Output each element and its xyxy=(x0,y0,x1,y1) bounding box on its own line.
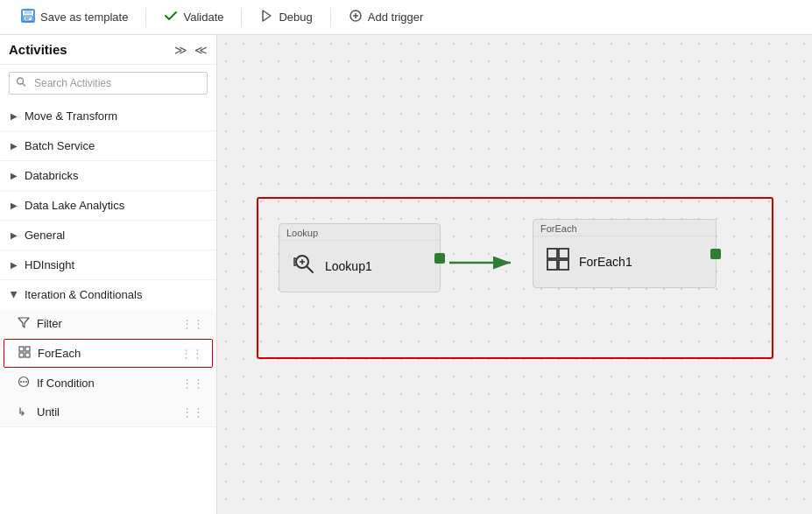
save-template-label: Save as template xyxy=(40,11,128,24)
sub-item-ifcondition-left: If Condition xyxy=(18,376,95,391)
sub-item-foreach-label: ForEach xyxy=(38,347,81,360)
nav-group-general: ▶ General xyxy=(0,221,216,250)
toolbar-separator-2 xyxy=(241,9,242,26)
debug-icon xyxy=(259,9,273,25)
add-trigger-label: Add trigger xyxy=(368,11,424,24)
if-condition-activity-icon xyxy=(18,376,30,391)
sidebar-header: Activities ≫ ≪ xyxy=(0,35,216,65)
foreach-activity-icon xyxy=(18,346,31,361)
sub-item-ifcondition-label: If Condition xyxy=(37,377,95,390)
nav-group-general-item[interactable]: ▶ General xyxy=(0,221,216,250)
sub-item-foreach[interactable]: ForEach ⋮⋮ xyxy=(4,339,213,368)
arrow-icon: ▶ xyxy=(11,111,18,121)
svg-point-17 xyxy=(20,381,22,383)
foreach-node-icon xyxy=(546,247,570,277)
arrow-icon: ▶ xyxy=(11,201,18,210)
save-template-button[interactable]: Save as template xyxy=(11,4,138,30)
nav-group-label: Data Lake Analytics xyxy=(25,199,124,212)
sub-item-filter-label: Filter xyxy=(37,317,62,330)
nav-group-data-lake: ▶ Data Lake Analytics xyxy=(0,191,216,221)
arrow-icon: ▶ xyxy=(11,260,18,270)
add-trigger-button[interactable]: Add trigger xyxy=(338,4,434,30)
svg-rect-25 xyxy=(547,249,557,258)
sidebar: Activities ≫ ≪ ▶ Move & Transform xyxy=(0,35,217,514)
sub-item-filter[interactable]: Filter ⋮⋮ xyxy=(0,309,216,338)
svg-rect-1 xyxy=(25,10,32,14)
toolbar-separator-3 xyxy=(330,9,331,26)
validate-button[interactable]: Validate xyxy=(153,4,234,30)
nav-group-batch-service-item[interactable]: ▶ Batch Service xyxy=(0,131,216,160)
nav-group-label: Databricks xyxy=(25,169,78,182)
sidebar-title: Activities xyxy=(9,42,67,57)
toolbar: Save as template Validate Debug Add trig… xyxy=(0,0,812,35)
filter-activity-icon xyxy=(18,316,30,331)
svg-rect-26 xyxy=(559,249,568,258)
sub-item-until[interactable]: Until ⋮⋮ xyxy=(0,398,216,426)
foreach-right-port xyxy=(710,249,721,259)
foreach-node-label: ForEach1 xyxy=(579,255,632,269)
toolbar-separator-1 xyxy=(145,9,146,26)
foreach-node-header: ForEach xyxy=(533,220,716,236)
filter-icon[interactable]: ≪ xyxy=(194,43,208,57)
validate-icon xyxy=(164,9,178,25)
svg-rect-12 xyxy=(19,347,24,351)
drag-handle-icon: ⋮⋮ xyxy=(180,347,203,360)
search-input[interactable] xyxy=(9,72,208,95)
svg-point-19 xyxy=(25,381,27,383)
save-template-icon xyxy=(21,9,35,25)
foreach-node-body: ForEach1 xyxy=(533,236,716,287)
svg-marker-11 xyxy=(18,318,29,327)
nav-group-batch-service: ▶ Batch Service xyxy=(0,131,216,161)
drag-handle-icon: ⋮⋮ xyxy=(181,317,204,330)
sub-item-until-left: Until xyxy=(18,405,60,419)
drag-handle-icon: ⋮⋮ xyxy=(181,377,204,390)
arrow-icon: ▶ xyxy=(11,230,18,240)
lookup-node-body: Lookup1 xyxy=(279,241,440,292)
svg-marker-5 xyxy=(263,11,271,21)
main-area: Activities ≫ ≪ ▶ Move & Transform xyxy=(0,35,812,514)
nav-group-label: Batch Service xyxy=(25,139,95,152)
svg-rect-27 xyxy=(547,260,557,270)
search-box xyxy=(9,72,208,95)
connector-arrow xyxy=(441,250,528,276)
svg-rect-14 xyxy=(19,353,24,357)
nav-group-label: HDInsight xyxy=(25,258,74,271)
sub-item-if-condition[interactable]: If Condition ⋮⋮ xyxy=(0,369,216,398)
nav-group-label: General xyxy=(25,229,65,242)
nav-group-iteration-item[interactable]: ▶ Iteration & Conditionals xyxy=(0,280,216,309)
nav-group-hdinsight: ▶ HDInsight xyxy=(0,250,216,280)
until-activity-icon xyxy=(18,405,30,419)
canvas[interactable]: Lookup Lookup1 xyxy=(217,35,812,514)
arrow-icon: ▶ xyxy=(11,171,18,180)
svg-rect-15 xyxy=(25,353,30,357)
lookup-node-header: Lookup xyxy=(279,224,440,241)
foreach-node[interactable]: ForEach ForEach1 xyxy=(533,219,717,288)
sub-item-until-label: Until xyxy=(37,405,60,419)
nav-group-data-lake-item[interactable]: ▶ Data Lake Analytics xyxy=(0,191,216,220)
lookup-node-label: Lookup1 xyxy=(325,259,372,273)
nav-group-move-transform-item[interactable]: ▶ Move & Transform xyxy=(0,102,216,130)
collapse-icon[interactable]: ≫ xyxy=(174,43,187,57)
svg-rect-2 xyxy=(24,16,32,21)
arrow-expanded-icon: ▶ xyxy=(10,292,19,299)
validate-label: Validate xyxy=(183,11,223,24)
lookup-node[interactable]: Lookup Lookup1 xyxy=(279,223,441,292)
sub-item-filter-left: Filter xyxy=(18,316,62,331)
nav-group-hdinsight-item[interactable]: ▶ HDInsight xyxy=(0,250,216,279)
debug-button[interactable]: Debug xyxy=(249,4,322,30)
nav-group-label: Move & Transform xyxy=(25,109,117,123)
nav-group-move-transform: ▶ Move & Transform xyxy=(0,102,216,131)
svg-rect-13 xyxy=(25,347,30,351)
add-trigger-icon xyxy=(349,9,363,25)
lookup-node-icon xyxy=(292,251,316,281)
svg-rect-28 xyxy=(559,260,568,270)
debug-label: Debug xyxy=(279,11,312,24)
search-icon xyxy=(16,77,26,90)
sub-item-foreach-left: ForEach xyxy=(18,346,81,361)
nav-group-databricks-item[interactable]: ▶ Databricks xyxy=(0,161,216,190)
nav-group-label: Iteration & Conditionals xyxy=(25,288,142,301)
sub-items-iteration: Filter ⋮⋮ xyxy=(0,309,216,426)
arrow-icon: ▶ xyxy=(11,141,18,151)
svg-point-18 xyxy=(23,381,25,383)
svg-line-21 xyxy=(307,266,313,272)
